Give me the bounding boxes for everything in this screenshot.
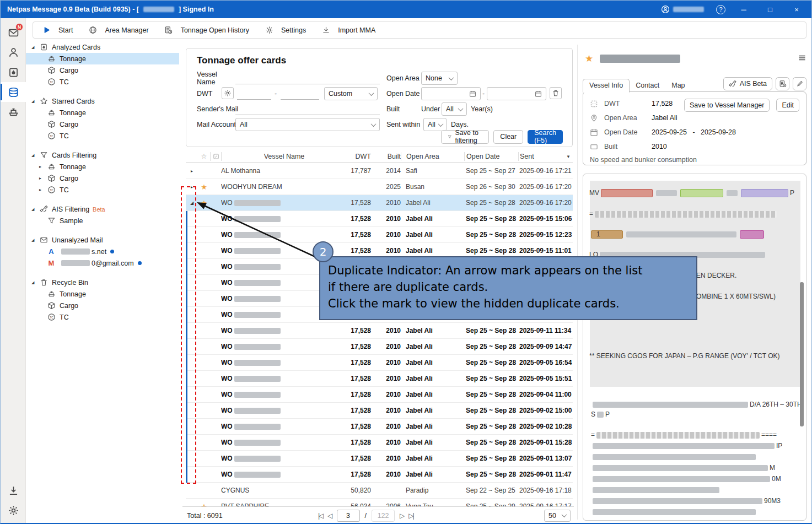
import-nav-icon[interactable] — [1, 480, 26, 500]
sent-within-select[interactable]: All — [423, 118, 447, 131]
table-row[interactable]: WO17,5282010Jabel AliSep 25 ~ Sep 282025… — [186, 387, 573, 403]
close-button[interactable]: × — [788, 6, 805, 14]
toolbar-tonnage-open-history[interactable]: Tonnage Open History — [164, 26, 249, 35]
sidebar-item-tc[interactable]: ▸TCTC — [26, 184, 179, 196]
sidebar-item-0-gmail-com[interactable]: M0@gmail.com — [26, 257, 179, 269]
table-row[interactable]: WO17,5282010Jabel AliSep 25 ~ Sep 282025… — [186, 211, 573, 227]
sidebar-item-cargo[interactable]: Cargo — [26, 300, 179, 311]
senders-mail-input[interactable] — [235, 102, 380, 115]
sidebar-section-starred-cards[interactable]: ◢Starred Cards — [26, 95, 179, 107]
col-dwt[interactable]: DWT — [347, 152, 371, 161]
toolbar-area-manager[interactable]: Area Manager — [88, 26, 148, 35]
star-icon[interactable]: ★ — [585, 53, 593, 64]
sidebar-item-tonnage[interactable]: ▸Tonnage — [26, 161, 179, 172]
tree-collapsed-icon[interactable]: ▸ — [39, 176, 47, 181]
table-row[interactable]: ▸★WOOHYUN DREAM2025BusanSep 26 ~ Sep 302… — [186, 179, 573, 195]
sidebar-item-tonnage[interactable]: Tonnage — [26, 107, 179, 118]
ship-nav-icon[interactable] — [1, 102, 26, 122]
built-select[interactable]: All — [442, 102, 467, 116]
toolbar-settings[interactable]: Settings — [265, 26, 306, 35]
table-row[interactable]: WO17,5282010Jabel AliSep 25 ~ Sep 282025… — [186, 435, 573, 451]
open-date-from-input[interactable] — [421, 87, 481, 100]
table-row[interactable]: ▸AL Mothanna17,7872014SafiSep 25 ~ Sep 2… — [186, 163, 573, 179]
tree-expanded-icon[interactable]: ◢ — [31, 280, 39, 285]
next-page-button[interactable]: ▷ — [400, 512, 404, 520]
col-built[interactable]: Built — [371, 152, 401, 161]
table-row[interactable]: WO17,5282010Jabel AliSep 25 ~ Sep 282025… — [186, 371, 573, 387]
email-scrollbar[interactable] — [800, 282, 804, 426]
toolbar-import-mma[interactable]: Import MMA — [321, 26, 375, 35]
expand-expanded-icon[interactable]: ◢ — [186, 201, 198, 206]
dwt-max-input[interactable] — [281, 87, 319, 100]
minimize-button[interactable]: ─ — [735, 6, 752, 14]
save-to-filtering-button[interactable]: Save to filtering — [441, 130, 489, 144]
tree-collapsed-icon[interactable]: ▸ — [39, 164, 47, 169]
table-row[interactable]: WO17,5282010Jabel AliSep 25 ~ Sep 282025… — [186, 419, 573, 435]
ais-beta-button[interactable]: AIS Beta — [723, 77, 772, 90]
col-open-area[interactable]: Open Area — [401, 152, 464, 161]
tree-expanded-icon[interactable]: ◢ — [31, 238, 39, 242]
toolbar-start[interactable]: Start — [42, 26, 73, 35]
expand-collapsed-icon[interactable]: ▸ — [186, 169, 198, 174]
dwt-min-input[interactable] — [237, 87, 271, 100]
edit-card-button[interactable] — [793, 77, 806, 90]
vessel-name-input[interactable] — [235, 72, 380, 84]
tree-expanded-icon[interactable]: ◢ — [31, 153, 39, 158]
table-header[interactable]: ☆ Vessel Name DWT Built Open Area Open D… — [186, 150, 573, 163]
sidebar-item-cargo[interactable]: Cargo — [26, 64, 179, 76]
contacts-nav-icon[interactable] — [1, 42, 26, 62]
col-vessel-name[interactable]: Vessel Name — [221, 152, 347, 161]
table-row[interactable]: WO17,5282010Jabel AliSep 25 ~ Sep 282025… — [186, 451, 573, 467]
tab-contact[interactable]: Contact — [630, 79, 665, 92]
mail-nav-icon[interactable]: N — [1, 23, 26, 42]
sidebar-section-unanalyzed-mail[interactable]: ◢Unanalyzed Mail — [26, 234, 179, 246]
sidebar-section-cards-filtering[interactable]: ◢Cards Filtering — [26, 149, 179, 161]
first-page-button[interactable]: |◁ — [318, 512, 322, 520]
sidebar-item-tonnage[interactable]: Tonnage — [26, 288, 179, 300]
settings-nav-icon[interactable] — [1, 500, 26, 520]
tree-expanded-icon[interactable]: ◢ — [31, 207, 39, 212]
col-sent[interactable]: Sent▼ — [518, 152, 573, 161]
dwt-settings-button[interactable] — [222, 87, 234, 99]
tree-expanded-icon[interactable]: ◢ — [31, 45, 39, 50]
sidebar-section-analyzed-cards[interactable]: ◢Analyzed Cards — [26, 41, 179, 53]
sidebar-item-cargo[interactable]: ▸Cargo — [26, 172, 179, 184]
maximize-button[interactable]: □ — [762, 6, 778, 14]
last-page-button[interactable]: ▷| — [408, 512, 413, 520]
open-history-button[interactable] — [776, 77, 789, 90]
edit-button[interactable]: Edit — [776, 99, 799, 112]
analyzed-cards-nav-icon[interactable] — [1, 82, 26, 102]
sidebar-item-tc[interactable]: TCTC — [26, 76, 179, 88]
clear-button[interactable]: Clear — [493, 130, 523, 144]
open-date-to-input[interactable] — [487, 87, 546, 100]
table-row[interactable]: WO17,5282010Jabel AliSep 25 ~ Sep 282025… — [186, 339, 573, 355]
tab-vessel-info[interactable]: Vessel Info — [583, 79, 630, 93]
table-row[interactable]: WO17,5282010Jabel AliSep 25 ~ Sep 282025… — [186, 227, 573, 243]
sidebar-item-tonnage[interactable]: Tonnage — [26, 53, 179, 64]
tree-collapsed-icon[interactable]: ▸ — [39, 187, 47, 192]
sidebar-section-recycle-bin[interactable]: ◢Recycle Bin — [26, 277, 179, 288]
cards-nav-icon[interactable] — [1, 62, 26, 82]
help-button[interactable]: ? — [716, 5, 725, 14]
table-row[interactable]: WO17,5282010Jabel AliSep 25 ~ Sep 282025… — [186, 467, 573, 483]
email-content-panel[interactable]: MVP = 1 LO EN DECKER. OMBINE 1 X 60MTS/S… — [583, 174, 806, 521]
prev-page-button[interactable]: ◁ — [327, 512, 331, 520]
expand-collapsed-icon[interactable]: ▸ — [186, 185, 198, 190]
page-size-select[interactable]: 50 — [544, 510, 571, 522]
open-area-select[interactable]: None — [421, 72, 458, 85]
row-star-icon[interactable]: ★ — [198, 199, 210, 207]
sidebar-item-cargo[interactable]: Cargo — [26, 118, 179, 130]
table-row[interactable]: CYGNUS50,820ParadipSep 22 ~ Sep 252025-0… — [186, 483, 573, 499]
tree-expanded-icon[interactable]: ◢ — [31, 99, 39, 104]
table-row[interactable]: ◢★WO17,5282010Jabel AliSep 25 ~ Sep 2820… — [186, 195, 573, 211]
menu-icon[interactable] — [798, 53, 806, 64]
star-column-header[interactable]: ☆ — [198, 152, 210, 161]
sidebar-section-ais-filtering[interactable]: ◢AIS FilteringBeta — [26, 203, 179, 215]
sidebar-item-tc[interactable]: TCTC — [26, 311, 179, 323]
mail-account-select[interactable]: All — [235, 118, 380, 131]
sidebar-item-s-net[interactable]: As.net — [26, 246, 179, 257]
current-page-input[interactable]: 3 — [337, 510, 360, 522]
memo-column-header[interactable] — [210, 152, 221, 161]
search-button[interactable]: Search (F5) — [528, 130, 563, 144]
sidebar-item-sample[interactable]: Sample — [26, 215, 179, 226]
